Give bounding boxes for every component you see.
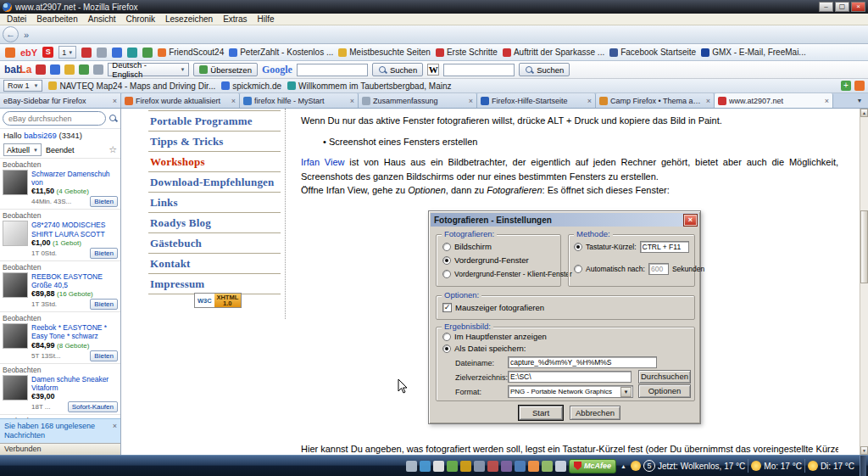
format-options-button[interactable]: Optionen bbox=[638, 384, 691, 398]
tab-firefox-aktualisiert[interactable]: Firefox wurde aktualisiert× bbox=[121, 93, 240, 108]
tray-icon-12[interactable] bbox=[555, 461, 566, 472]
tab-beendet[interactable]: Beendet bbox=[46, 146, 75, 154]
bookmark-sparkasse[interactable]: Auftritt der Sparkasse ... bbox=[503, 48, 604, 57]
sidebar-close-icon[interactable]: × bbox=[113, 97, 117, 105]
bookmark-gmx[interactable]: GMX - E-Mail, FreeMai... bbox=[701, 48, 806, 57]
babla-tool-icon-3[interactable] bbox=[64, 64, 75, 75]
dialog-close-icon[interactable]: × bbox=[684, 215, 697, 226]
bookmark-spickmich[interactable]: spickmich.de bbox=[221, 81, 281, 91]
radio-bildschirm[interactable] bbox=[442, 243, 451, 251]
radio-automatisch[interactable] bbox=[574, 265, 582, 273]
nav-links[interactable]: Links bbox=[148, 193, 281, 213]
item-thumbnail[interactable] bbox=[3, 375, 28, 400]
app-icon[interactable] bbox=[5, 48, 15, 58]
tab-close-icon[interactable]: × bbox=[587, 97, 592, 105]
hotkey-input[interactable] bbox=[640, 241, 689, 253]
tab-firefox-hilfe[interactable]: Firefox-Hilfe-Startseite× bbox=[477, 93, 596, 108]
scroll-down-icon[interactable]: ▼ bbox=[860, 446, 868, 455]
row-select[interactable]: Row 1▼ bbox=[3, 80, 42, 92]
nav-workshops[interactable]: Workshops bbox=[148, 152, 281, 172]
s-badge-icon[interactable]: S bbox=[42, 47, 53, 58]
directory-input[interactable] bbox=[508, 371, 632, 383]
tray-icon-1[interactable] bbox=[406, 461, 417, 472]
ebay-icon[interactable]: ebY bbox=[20, 48, 37, 58]
messages-notification[interactable]: Sie haben 168 ungelesene Nachrichten × bbox=[0, 418, 120, 444]
item-title-link[interactable]: G8*2740 MODISCHES SHIRT LAURA SCOTT bbox=[31, 221, 118, 238]
scrollbar-thumb[interactable] bbox=[860, 210, 868, 283]
counter-button[interactable]: 1▼ bbox=[58, 46, 76, 59]
w3c-xhtml-badge[interactable]: W3C XHTML 1.0 bbox=[194, 293, 242, 308]
item-title-link[interactable]: Reebok * EASYTONE * Easy Tone * schwarz bbox=[31, 323, 118, 340]
radio-vordergrund-fenster[interactable] bbox=[442, 256, 451, 265]
item-title-link[interactable]: Damen schuhe Sneaker Vitaform bbox=[31, 375, 118, 392]
browse-button[interactable]: Durchsuchen bbox=[638, 370, 691, 384]
list-item[interactable]: Beobachten G8*2740 MODISCHES SHIRT LAURA… bbox=[0, 209, 120, 260]
language-select[interactable]: Deutsch - Englisch▼ bbox=[108, 63, 189, 76]
menu-lesezeichen[interactable]: Lesezeichen bbox=[160, 14, 218, 24]
tray-icon-4[interactable] bbox=[447, 461, 458, 472]
bookmark-friendscout24[interactable]: FriendScout24 bbox=[158, 48, 224, 57]
wikipedia-search-input[interactable] bbox=[443, 64, 515, 76]
radio-tastatur-kuerzel[interactable] bbox=[574, 243, 582, 251]
tray-icon-8[interactable] bbox=[501, 461, 512, 472]
bookmark-erste-schritte[interactable]: Erste Schritte bbox=[436, 48, 498, 57]
mcafee-badge[interactable]: McAfee bbox=[569, 459, 616, 473]
google-search-input[interactable] bbox=[297, 64, 368, 76]
nav-kontakt[interactable]: Kontakt bbox=[148, 254, 281, 274]
minimize-icon[interactable]: – bbox=[819, 2, 833, 12]
search-icon[interactable] bbox=[108, 114, 118, 123]
tool-button-5[interactable] bbox=[142, 48, 153, 58]
radio-klient-fenster[interactable] bbox=[442, 270, 451, 278]
toolbar-overflow-icon[interactable]: » bbox=[21, 30, 31, 40]
nav-download-empfehlungen[interactable]: Download-Empfehlungen bbox=[148, 172, 281, 193]
tray-icon-10[interactable] bbox=[528, 461, 539, 472]
bookmark-peterzahlt[interactable]: PeterZahlt - Kostenlos ... bbox=[229, 48, 333, 57]
filter-select[interactable]: Aktuell▼ bbox=[3, 143, 42, 156]
wikipedia-search-button[interactable]: Suchen bbox=[519, 63, 570, 76]
format-select[interactable]: PNG - Portable Network Graphics▼ bbox=[508, 385, 633, 398]
settings-icon[interactable] bbox=[854, 81, 865, 91]
menu-datei[interactable]: Datei bbox=[2, 14, 31, 24]
add-icon[interactable]: + bbox=[841, 81, 851, 91]
tab-close-icon[interactable]: × bbox=[469, 97, 473, 105]
buy-now-button[interactable]: Sofort-Kaufen bbox=[68, 401, 118, 412]
bid-button[interactable]: Bieten bbox=[90, 350, 118, 361]
cancel-button[interactable]: Abbrechen bbox=[570, 406, 620, 420]
menu-hilfe[interactable]: Hilfe bbox=[253, 14, 280, 24]
bookmark-facebook[interactable]: Facebook Startseite bbox=[609, 48, 696, 57]
translate-button[interactable]: Übersetzen bbox=[193, 63, 258, 76]
tray-icon-6[interactable] bbox=[474, 461, 485, 472]
menu-chronik[interactable]: Chronik bbox=[121, 14, 160, 24]
seconds-input[interactable] bbox=[648, 263, 669, 275]
tool-button-4[interactable] bbox=[127, 48, 137, 58]
bookmark-map24[interactable]: NAVTEQ Map24 - Maps and Driving Dir... bbox=[48, 81, 215, 91]
tray-icon-11[interactable] bbox=[542, 461, 553, 472]
list-item[interactable]: Beobachten REEBOK EASYTONE Größe 40,5 €8… bbox=[0, 260, 120, 311]
ebay-search-input[interactable] bbox=[3, 111, 106, 126]
item-thumbnail[interactable] bbox=[3, 170, 28, 195]
back-icon[interactable]: ← bbox=[3, 26, 19, 42]
menu-ansicht[interactable]: Ansicht bbox=[83, 14, 121, 24]
list-item[interactable]: Beobachten Reebok * EASYTONE * Easy Tone… bbox=[0, 311, 120, 362]
nav-portable-programme[interactable]: Portable Programme bbox=[148, 111, 281, 132]
list-all-tabs-icon[interactable]: ▼ bbox=[851, 93, 868, 108]
tray-icon-2[interactable] bbox=[420, 461, 431, 472]
close-icon[interactable]: × bbox=[851, 2, 865, 12]
vertical-scrollbar[interactable]: ▲ ▼ bbox=[860, 109, 868, 455]
babla-tool-icon-2[interactable] bbox=[50, 64, 60, 75]
bookmark-taubertsbergbad[interactable]: Willkommem im Taubertsbergbad, Mainz bbox=[287, 81, 451, 91]
bid-button[interactable]: Bieten bbox=[90, 299, 118, 310]
tab-close-icon[interactable]: × bbox=[350, 97, 354, 105]
tool-button-3[interactable] bbox=[112, 48, 122, 58]
star-icon[interactable]: ☆ bbox=[108, 144, 117, 155]
list-item[interactable]: Beobachten Damen schuhe Sneaker Vitaform… bbox=[0, 363, 120, 414]
nav-gaestebuch[interactable]: Gästebuch bbox=[148, 233, 281, 254]
tool-button-1[interactable] bbox=[81, 48, 92, 58]
nav-tipps-tricks[interactable]: Tipps & Tricks bbox=[148, 132, 281, 152]
tab-close-icon[interactable]: × bbox=[706, 97, 710, 105]
irfanview-link[interactable]: Irfan View bbox=[301, 157, 345, 167]
tray-icon-3[interactable] bbox=[433, 461, 444, 472]
weather-now[interactable]: Jetzt: Wolkenlos, 17 °C bbox=[658, 462, 745, 471]
item-thumbnail[interactable] bbox=[3, 272, 28, 298]
tray-icon-9[interactable] bbox=[515, 461, 526, 472]
